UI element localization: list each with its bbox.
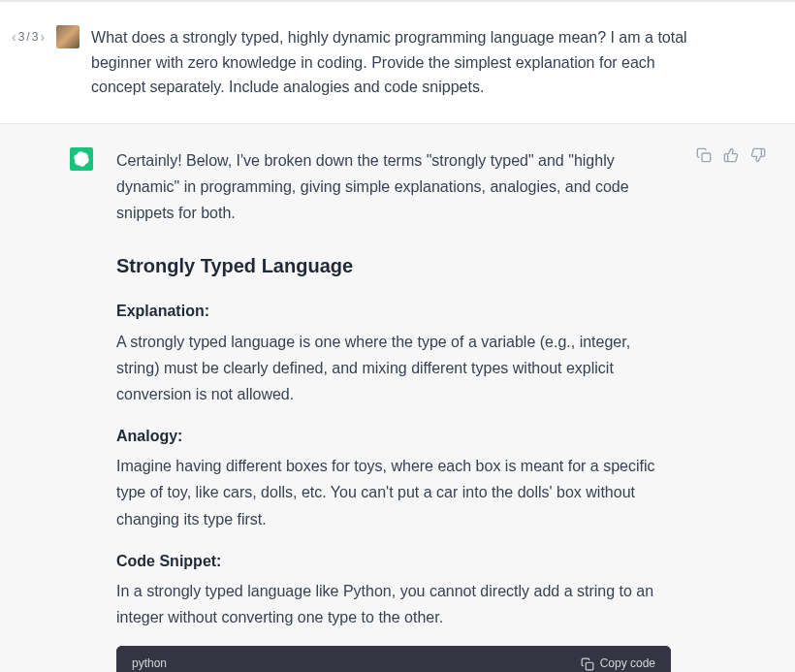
assistant-message-row: Certainly! Below, I've broken down the t…	[0, 123, 795, 672]
copy-icon[interactable]	[696, 147, 712, 163]
copy-code-label: Copy code	[600, 654, 655, 672]
analogy-label: Analogy:	[116, 423, 671, 449]
explanation-text: A strongly typed language is one where t…	[116, 329, 671, 408]
user-avatar	[56, 25, 80, 48]
assistant-content: Certainly! Below, I've broken down the t…	[116, 147, 748, 672]
message-actions	[696, 147, 766, 163]
nav-current: 3	[18, 30, 25, 44]
thumbs-down-icon[interactable]	[750, 147, 766, 163]
intro-text: Certainly! Below, I've broken down the t…	[116, 147, 671, 227]
analogy-text: Imagine having different boxes for toys,…	[116, 453, 671, 532]
message-nav: ‹ 3 / 3 ›	[12, 29, 45, 45]
code-header: python Copy code	[116, 646, 671, 672]
explanation-label: Explanation:	[116, 298, 671, 324]
nav-total: 3	[32, 30, 39, 44]
snippet-text: In a strongly typed language like Python…	[116, 578, 671, 630]
user-message-row: ‹ 3 / 3 › What does a strongly typed, hi…	[0, 2, 795, 123]
clipboard-icon	[581, 657, 594, 671]
assistant-avatar	[70, 147, 93, 171]
copy-code-button[interactable]: Copy code	[581, 654, 655, 672]
code-block: python Copy code number = 5 text = "10" …	[116, 646, 671, 672]
snippet-label: Code Snippet:	[116, 548, 671, 574]
section-heading: Strongly Typed Language	[116, 249, 671, 282]
svg-rect-1	[586, 662, 593, 670]
next-message-icon[interactable]: ›	[40, 29, 45, 45]
user-message-text: What does a strongly typed, highly dynam…	[91, 25, 748, 100]
code-lang: python	[132, 654, 167, 672]
thumbs-up-icon[interactable]	[723, 147, 739, 163]
svg-rect-0	[702, 153, 711, 162]
prev-message-icon[interactable]: ‹	[12, 29, 16, 45]
